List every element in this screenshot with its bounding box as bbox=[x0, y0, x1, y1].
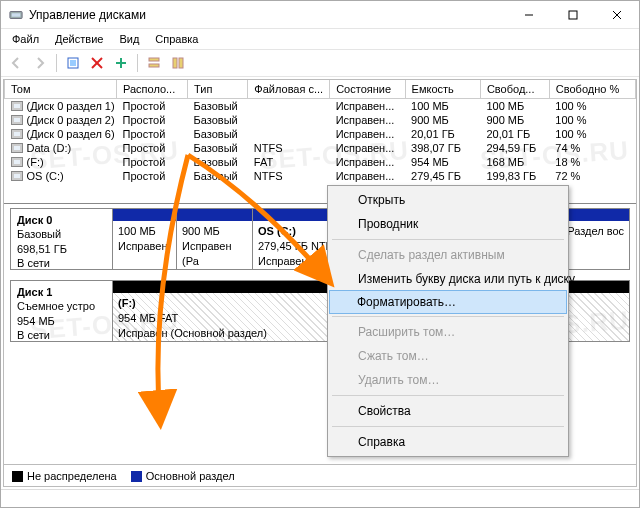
minimize-button[interactable] bbox=[507, 1, 551, 29]
ctx-extend[interactable]: Расширить том… bbox=[330, 320, 566, 344]
svg-rect-7 bbox=[70, 60, 76, 66]
volume-icon bbox=[11, 129, 23, 139]
legend: Не распределена Основной раздел bbox=[4, 464, 636, 486]
toolbar bbox=[1, 49, 639, 77]
col-fs[interactable]: Файловая с... bbox=[248, 80, 330, 99]
disk0-partition-2[interactable]: 900 МБ Исправен (Ра bbox=[177, 209, 253, 269]
close-button[interactable] bbox=[595, 1, 639, 29]
window-buttons bbox=[507, 1, 639, 29]
volume-icon bbox=[11, 101, 23, 111]
settings-icon[interactable] bbox=[110, 52, 132, 74]
table-header-row: Том Располо... Тип Файловая с... Состоян… bbox=[5, 80, 636, 99]
col-layout[interactable]: Располо... bbox=[116, 80, 187, 99]
ctx-change-letter[interactable]: Изменить букву диска или путь к диску… bbox=[330, 267, 566, 291]
col-freepct[interactable]: Свободно % bbox=[549, 80, 635, 99]
menu-file[interactable]: Файл bbox=[5, 31, 46, 47]
app-icon bbox=[9, 8, 23, 22]
svg-rect-1 bbox=[12, 13, 21, 17]
list-view-icon[interactable] bbox=[143, 52, 165, 74]
window-title: Управление дисками bbox=[29, 8, 507, 22]
titlebar: Управление дисками bbox=[1, 1, 639, 29]
volume-icon bbox=[11, 143, 23, 153]
disk-0-header[interactable]: Диск 0 Базовый 698,51 ГБ В сети bbox=[11, 209, 113, 269]
delete-icon[interactable] bbox=[86, 52, 108, 74]
table-row[interactable]: (Диск 0 раздел 1)ПростойБазовыйИсправен.… bbox=[5, 99, 636, 114]
col-type[interactable]: Тип bbox=[188, 80, 248, 99]
menu-help[interactable]: Справка bbox=[148, 31, 205, 47]
ctx-open[interactable]: Открыть bbox=[330, 188, 566, 212]
table-row[interactable]: (Диск 0 раздел 6)ПростойБазовыйИсправен.… bbox=[5, 127, 636, 141]
ctx-properties[interactable]: Свойства bbox=[330, 399, 566, 423]
ctx-format[interactable]: Форматировать… bbox=[329, 290, 567, 314]
legend-unallocated: Не распределена bbox=[12, 470, 117, 482]
legend-primary: Основной раздел bbox=[131, 470, 235, 482]
graph-view-icon[interactable] bbox=[167, 52, 189, 74]
col-status[interactable]: Состояние bbox=[330, 80, 405, 99]
maximize-button[interactable] bbox=[551, 1, 595, 29]
ctx-delete[interactable]: Удалить том… bbox=[330, 368, 566, 392]
table-row[interactable]: (Диск 0 раздел 2)ПростойБазовыйИсправен.… bbox=[5, 113, 636, 127]
ctx-explorer[interactable]: Проводник bbox=[330, 212, 566, 236]
nav-forward-button[interactable] bbox=[29, 52, 51, 74]
menu-action[interactable]: Действие bbox=[48, 31, 110, 47]
svg-rect-11 bbox=[149, 64, 159, 67]
col-free[interactable]: Свобод... bbox=[480, 80, 549, 99]
col-volume[interactable]: Том bbox=[5, 80, 117, 99]
table-row[interactable]: OS (C:)ПростойБазовыйNTFSИсправен...279,… bbox=[5, 169, 636, 183]
table-row[interactable]: Data (D:)ПростойБазовыйNTFSИсправен...39… bbox=[5, 141, 636, 155]
menu-view[interactable]: Вид bbox=[112, 31, 146, 47]
col-capacity[interactable]: Емкость bbox=[405, 80, 480, 99]
ctx-help[interactable]: Справка bbox=[330, 430, 566, 454]
volume-icon bbox=[11, 157, 23, 167]
refresh-button[interactable] bbox=[62, 52, 84, 74]
svg-rect-3 bbox=[569, 11, 577, 19]
context-menu: Открыть Проводник Сделать раздел активны… bbox=[327, 185, 569, 457]
disk0-partition-1[interactable]: 100 МБ Исправен bbox=[113, 209, 177, 269]
volume-icon bbox=[11, 171, 23, 181]
svg-rect-10 bbox=[149, 58, 159, 61]
ctx-make-active[interactable]: Сделать раздел активным bbox=[330, 243, 566, 267]
disk-1-header[interactable]: Диск 1 Съемное устро 954 МБ В сети bbox=[11, 281, 113, 341]
svg-rect-13 bbox=[179, 58, 183, 68]
ctx-shrink[interactable]: Сжать том… bbox=[330, 344, 566, 368]
table-row[interactable]: (F:)ПростойБазовыйFATИсправен...954 МБ16… bbox=[5, 155, 636, 169]
nav-back-button[interactable] bbox=[5, 52, 27, 74]
statusbar bbox=[1, 489, 639, 507]
svg-rect-12 bbox=[173, 58, 177, 68]
volume-icon bbox=[11, 115, 23, 125]
menubar: Файл Действие Вид Справка bbox=[1, 29, 639, 49]
